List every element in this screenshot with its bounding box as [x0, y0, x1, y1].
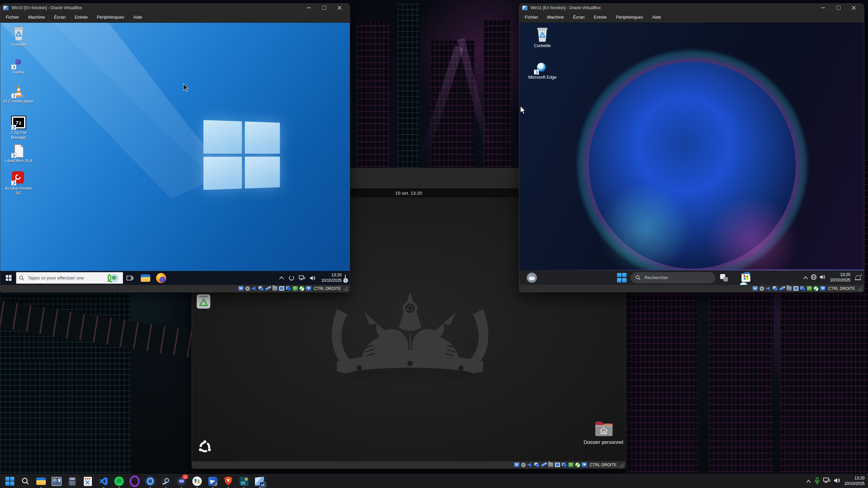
- keyboard-capture-icon[interactable]: [582, 463, 587, 467]
- network-icon[interactable]: [773, 286, 778, 291]
- audio-icon[interactable]: [252, 286, 257, 291]
- seamless-windows-icon[interactable]: [286, 286, 291, 291]
- slack-button[interactable]: [192, 476, 202, 486]
- network-globe-icon[interactable]: [811, 274, 817, 281]
- menu-fichier[interactable]: Fichier: [6, 15, 19, 20]
- menu-fichier[interactable]: Fichier: [525, 15, 538, 20]
- desktop-icon-firefox[interactable]: Firefox: [2, 55, 35, 75]
- steam-button[interactable]: [161, 476, 171, 486]
- resize-grip[interactable]: [858, 287, 859, 288]
- menu-entree[interactable]: Entrée: [75, 15, 88, 20]
- close-button[interactable]: [332, 4, 347, 12]
- network-icon[interactable]: [823, 477, 830, 485]
- window-titlebar[interactable]: Win10 [En fonction] - Oracle VirtualBox: [0, 4, 350, 12]
- mail-app-button[interactable]: [208, 476, 218, 486]
- network-icon[interactable]: [258, 286, 264, 291]
- search-input[interactable]: [644, 275, 696, 280]
- menu-ecran[interactable]: Écran: [54, 15, 65, 20]
- minimize-button[interactable]: [815, 4, 831, 12]
- start-button[interactable]: [617, 273, 626, 282]
- hard-disks-icon[interactable]: [753, 286, 758, 291]
- hard-disks-icon[interactable]: [238, 286, 244, 291]
- network-icon[interactable]: [534, 463, 539, 467]
- resize-grip[interactable]: [620, 464, 620, 464]
- search-input[interactable]: [27, 275, 93, 281]
- menu-entree[interactable]: Entrée: [594, 15, 606, 20]
- taskbar-clock[interactable]: 13:20 10/10/2025: [321, 273, 342, 283]
- minimize-button[interactable]: [301, 4, 316, 12]
- keyboard-capture-icon[interactable]: [306, 286, 311, 291]
- desktop-icon-recycle-bin[interactable]: Corbeille: [522, 27, 563, 49]
- audio-icon[interactable]: [527, 463, 533, 467]
- optical-drives-icon[interactable]: [521, 463, 526, 467]
- desktop-icon-libreoffice[interactable]: LibreOffice 25.8: [2, 144, 35, 163]
- volume-icon[interactable]: [308, 271, 318, 285]
- microphone-icon[interactable]: [814, 477, 820, 485]
- search-button[interactable]: [20, 476, 31, 486]
- desktop-icon-acrobat[interactable]: Acrobat Reader DC: [2, 171, 35, 196]
- resize-grip[interactable]: [344, 287, 345, 288]
- task-view-button[interactable]: [719, 273, 728, 282]
- features-icon[interactable]: [293, 286, 298, 291]
- brave-button[interactable]: [223, 476, 233, 486]
- optical-drives-icon[interactable]: [759, 286, 764, 291]
- host-clock[interactable]: 13:20 10/10/2025: [844, 476, 865, 486]
- audio-icon[interactable]: [766, 286, 771, 291]
- opera-button[interactable]: [130, 476, 140, 486]
- network-icon[interactable]: [297, 271, 307, 285]
- window-titlebar[interactable]: Win11 [En fonction] - Oracle VirtualBox: [519, 4, 864, 12]
- display-icon[interactable]: [279, 286, 284, 291]
- file-explorer-button[interactable]: [139, 271, 152, 285]
- menu-machine[interactable]: Machine: [28, 15, 45, 20]
- close-button[interactable]: [846, 4, 861, 12]
- menu-peripheriques[interactable]: Périphériques: [97, 15, 124, 20]
- shared-folders-icon[interactable]: [548, 463, 553, 467]
- tray-chevron-icon[interactable]: [803, 275, 808, 281]
- desktop-icon-home[interactable]: Dossier personnel: [579, 420, 625, 445]
- hard-disks-icon[interactable]: [514, 463, 519, 467]
- seamless-windows-icon[interactable]: [562, 463, 567, 467]
- tray-chevron-icon[interactable]: [806, 478, 811, 484]
- start-button[interactable]: [2, 271, 15, 285]
- menu-machine[interactable]: Machine: [547, 15, 564, 20]
- features-icon[interactable]: [568, 463, 574, 467]
- calculator-button[interactable]: [67, 476, 77, 486]
- file-explorer-button[interactable]: [36, 476, 46, 486]
- mouse-integration-icon[interactable]: [575, 463, 580, 467]
- seamless-windows-icon[interactable]: [800, 286, 805, 291]
- menu-aide[interactable]: Aide: [652, 15, 661, 20]
- virtualbox-taskbar-button[interactable]: 10: [254, 476, 265, 486]
- snipping-tool-button[interactable]: [83, 476, 93, 486]
- win11-search-box[interactable]: [631, 272, 715, 283]
- vscode-button[interactable]: [98, 476, 109, 486]
- menu-aide[interactable]: Aide: [133, 15, 142, 20]
- desktop-icon-7zip[interactable]: 7z 7-Zip File Manager: [2, 116, 35, 140]
- microsoft-store-button[interactable]: [741, 274, 750, 282]
- tray-app-icon[interactable]: [287, 271, 296, 285]
- maximize-button[interactable]: [831, 4, 846, 12]
- shared-folders-icon[interactable]: [272, 286, 277, 291]
- start-button[interactable]: [5, 476, 15, 486]
- usb-icon[interactable]: [265, 286, 271, 291]
- gnome-clock[interactable]: 10 oct. 13:20: [395, 191, 422, 196]
- battle-net-button[interactable]: [145, 476, 155, 486]
- shared-folders-icon[interactable]: [787, 286, 792, 291]
- keyboard-capture-icon[interactable]: [820, 286, 825, 291]
- monitor-app-button[interactable]: [52, 476, 62, 486]
- widgets-button[interactable]: [527, 273, 537, 283]
- discord-button[interactable]: 2: [176, 476, 187, 486]
- volume-icon[interactable]: [819, 274, 826, 281]
- notification-center-button[interactable]: 1: [345, 275, 346, 281]
- dev-app-button[interactable]: [239, 476, 249, 486]
- desktop-icon-edge[interactable]: Microsoft Edge: [522, 58, 563, 80]
- desktop-icon-trash[interactable]: [197, 294, 212, 310]
- features-icon[interactable]: [807, 286, 812, 291]
- menu-ecran[interactable]: Écran: [573, 15, 584, 20]
- mouse-integration-icon[interactable]: [300, 286, 304, 291]
- maximize-button[interactable]: [316, 4, 332, 12]
- volume-icon[interactable]: [834, 477, 841, 485]
- win10-search-box[interactable]: [16, 272, 123, 284]
- usb-icon[interactable]: [779, 286, 785, 291]
- spotify-button[interactable]: [114, 476, 124, 486]
- notification-bell-icon[interactable]: z: [854, 274, 861, 281]
